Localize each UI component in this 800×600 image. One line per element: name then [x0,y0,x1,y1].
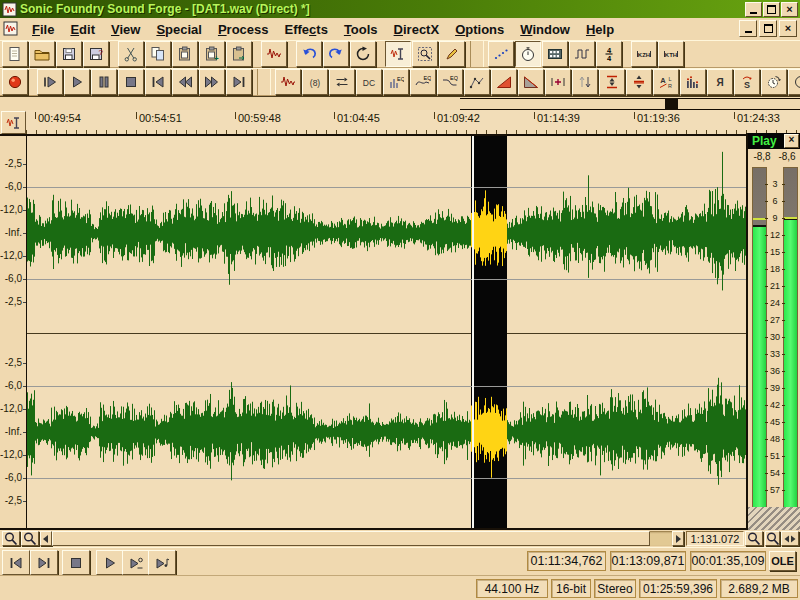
menu-effects[interactable]: Effects [277,19,336,39]
menu-file[interactable]: File [24,19,62,39]
rewind-button[interactable] [172,69,198,95]
minimize-button[interactable] [745,2,762,17]
go-to-end-button[interactable] [30,550,58,575]
undo-button[interactable] [296,41,322,67]
play-as-sample-button[interactable] [148,550,176,575]
new-button[interactable] [2,41,28,67]
zoom-out-full-button[interactable] [2,531,20,546]
envelope-button[interactable] [464,69,490,95]
waveform-display[interactable] [27,136,746,528]
menu-help[interactable]: Help [578,19,622,39]
restore-button[interactable] [763,2,780,17]
menu-tools[interactable]: Tools [336,19,386,39]
expand-button[interactable] [626,69,652,95]
compress-button[interactable] [599,69,625,95]
play-button[interactable] [64,69,90,95]
pause-button[interactable] [91,69,117,95]
record-button[interactable] [2,69,28,95]
time-stretch-button[interactable] [761,69,787,95]
cut-button[interactable] [118,41,144,67]
status-measures-button[interactable]: 44 [596,41,622,67]
scroll-left-button[interactable] [40,531,52,546]
eq-paragraphic-icon: EQ [415,74,431,90]
meter-resize-grip[interactable] [746,507,800,531]
peak-readout-right[interactable]: -8,6 [775,151,799,162]
go-to-start-button[interactable] [2,550,30,575]
status-smpte-2-button[interactable]: KTH [658,41,684,67]
menu-window[interactable]: Window [512,19,578,39]
dc-offset-button[interactable]: DC [356,69,382,95]
menu-process[interactable]: Process [210,19,277,39]
overview-view-region[interactable] [460,98,800,110]
status-time-button[interactable] [515,41,541,67]
pencil-tool-button[interactable] [439,41,465,67]
overview-bar[interactable] [0,96,800,111]
graphic-dynamics-button[interactable] [680,69,706,95]
status-smpte-1-button[interactable]: KZH [631,41,657,67]
copy-button[interactable] [145,41,171,67]
selection-region[interactable] [471,136,507,528]
reverse-button[interactable]: Я [707,69,733,95]
menu-view[interactable]: View [103,19,148,39]
paste-button[interactable] [172,41,198,67]
paste-mix-button[interactable]: + [199,41,225,67]
scroll-right-button[interactable] [672,531,684,546]
go-to-start-icon [8,555,24,571]
meter-zoom-button[interactable] [765,531,780,546]
save-button[interactable] [56,41,82,67]
fade-out-button[interactable] [518,69,544,95]
pitch-shift-button[interactable] [788,69,800,95]
magnify-tool-button[interactable] [412,41,438,67]
smooth-enhance-button[interactable]: S [734,69,760,95]
pan-expand-button[interactable]: ALR [653,69,679,95]
mdi-restore-button[interactable] [759,20,777,37]
save-all-button[interactable]: ? [83,41,109,67]
meters-close-button[interactable]: × [784,134,799,148]
fade-in-button[interactable] [491,69,517,95]
meters-title-bar[interactable]: Play × [748,133,800,149]
stop-button[interactable] [62,550,90,575]
status-samples-button[interactable] [488,41,514,67]
menu-directx[interactable]: DirectX [386,19,448,39]
ole-drag-button[interactable]: OLE [769,551,796,571]
status-frames-button[interactable] [542,41,568,67]
go-to-start-button[interactable] [145,69,171,95]
current-tool-box[interactable] [1,111,26,134]
edit-tool-button[interactable] [385,41,411,67]
close-button[interactable]: × [781,2,798,17]
play-plugin-button[interactable] [122,550,150,575]
zoom-window-button[interactable] [21,531,39,546]
go-to-end-button[interactable] [226,69,252,95]
scrollbar-thumb[interactable] [52,531,650,546]
redo-button[interactable] [323,41,349,67]
play-normal-button[interactable] [96,550,124,575]
forward-button[interactable] [199,69,225,95]
normalize-button[interactable] [572,69,598,95]
overview-cursor-marker[interactable] [665,98,678,110]
eq-paragraphic-button[interactable]: EQ [410,69,436,95]
trim-crop-button[interactable] [261,41,287,67]
stop-button[interactable] [118,69,144,95]
mdi-minimize-button[interactable] [739,20,757,37]
repeat-button[interactable] [350,41,376,67]
bit-depth-converter-button[interactable]: (8) [302,69,328,95]
peak-readout-left[interactable]: -8,8 [750,151,774,162]
meter-pan-button[interactable] [781,531,799,546]
mdi-close-button[interactable]: × [779,20,797,37]
eq-parametric-button[interactable]: EQ [437,69,463,95]
auto-trim-button[interactable] [275,69,301,95]
open-button[interactable] [29,41,55,67]
play-all-button[interactable] [37,69,63,95]
eq-graphic-button[interactable]: EQ [383,69,409,95]
time-ruler[interactable]: 00:49:5400:54:5100:59:4801:04:4501:09:42… [26,110,800,136]
insert-silence-button[interactable] [545,69,571,95]
paste-to-new-button[interactable] [226,41,252,67]
status-waveform-button[interactable] [569,41,595,67]
meter-scale-label: 57 [765,485,785,495]
channel-converter-button[interactable] [329,69,355,95]
zoom-in-button[interactable] [745,531,763,546]
document-icon [3,21,20,38]
menu-special[interactable]: Special [148,19,210,39]
menu-edit[interactable]: Edit [62,19,103,39]
menu-options[interactable]: Options [447,19,512,39]
